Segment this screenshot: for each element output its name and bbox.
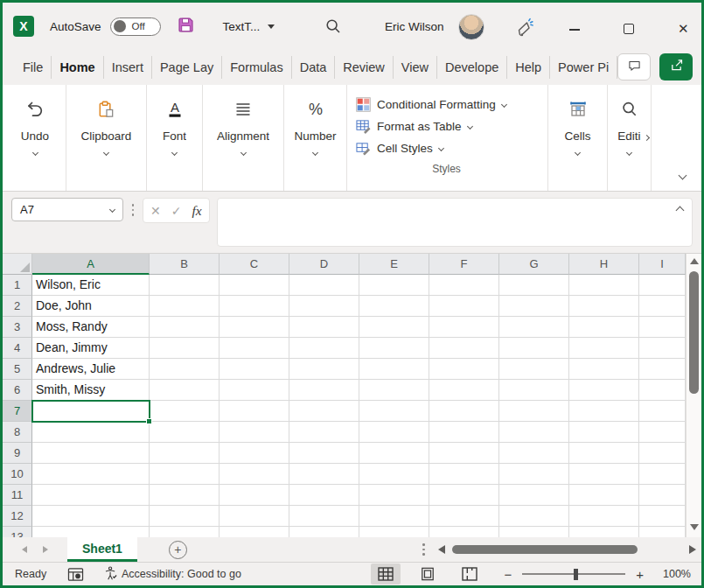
selected-cell-outline[interactable] xyxy=(31,400,150,423)
accessibility-status[interactable]: Accessibility: Good to go xyxy=(103,565,241,584)
cell-D11[interactable] xyxy=(289,485,359,506)
cell-G11[interactable] xyxy=(499,485,569,506)
autosave-toggle[interactable]: Off xyxy=(110,18,161,36)
cell-G2[interactable] xyxy=(499,296,569,317)
cell-E9[interactable] xyxy=(359,443,429,464)
cell-I4[interactable] xyxy=(639,338,686,359)
collapse-formula-bar-button[interactable] xyxy=(676,206,685,215)
cell-H6[interactable] xyxy=(569,380,639,401)
tab-file[interactable]: File xyxy=(15,56,52,79)
cell-D2[interactable] xyxy=(289,296,359,317)
scroll-left-arrow[interactable] xyxy=(438,545,445,554)
cell-C5[interactable] xyxy=(220,359,289,380)
cell-I6[interactable] xyxy=(639,380,686,401)
vertical-scrollbar[interactable] xyxy=(686,254,701,537)
cell-D4[interactable] xyxy=(289,338,359,359)
cell-A13[interactable] xyxy=(32,527,150,537)
tab-develope[interactable]: Develope xyxy=(437,56,507,79)
cell-E2[interactable] xyxy=(359,296,429,317)
cell-D9[interactable] xyxy=(289,443,359,464)
cell-E11[interactable] xyxy=(359,485,429,506)
cell-B6[interactable] xyxy=(150,380,220,401)
cell-F11[interactable] xyxy=(429,485,499,506)
excel-logo-icon[interactable]: X xyxy=(13,16,34,37)
collapse-ribbon-button[interactable] xyxy=(679,172,687,180)
cell-G6[interactable] xyxy=(499,380,569,401)
cell-C13[interactable] xyxy=(220,527,289,537)
tab-formulas[interactable]: Formulas xyxy=(222,56,291,79)
zoom-in-button[interactable]: + xyxy=(636,567,644,582)
cell-D6[interactable] xyxy=(289,380,359,401)
cell-H4[interactable] xyxy=(569,338,639,359)
cell-G13[interactable] xyxy=(499,527,569,537)
cell-C11[interactable] xyxy=(220,485,289,506)
formula-bar-grip[interactable] xyxy=(127,204,139,216)
cell-D8[interactable] xyxy=(289,422,359,443)
formula-input[interactable] xyxy=(217,198,693,247)
zoom-out-button[interactable]: − xyxy=(504,567,512,582)
cell-G5[interactable] xyxy=(499,359,569,380)
coming-soon-megaphone-icon[interactable] xyxy=(514,17,535,41)
document-title-dropdown[interactable]: TextT... xyxy=(223,20,275,33)
vertical-scroll-thumb[interactable] xyxy=(689,271,699,394)
col-header-D[interactable]: D xyxy=(289,254,359,275)
cell-H1[interactable] xyxy=(569,275,639,296)
cell-D7[interactable] xyxy=(289,401,359,422)
row-header-1[interactable]: 1 xyxy=(3,275,32,296)
ribbon-group-clipboard[interactable]: Clipboard xyxy=(66,85,147,191)
conditional-formatting-button[interactable]: Conditional Formatting xyxy=(356,94,547,116)
cell-A4[interactable]: Dean, Jimmy xyxy=(32,338,150,359)
cell-H2[interactable] xyxy=(569,296,639,317)
cell-B10[interactable] xyxy=(150,464,220,485)
ribbon-group-alignment[interactable]: Alignment xyxy=(203,85,284,191)
cell-C10[interactable] xyxy=(220,464,289,485)
fill-handle[interactable] xyxy=(146,418,152,424)
tab-home[interactable]: Home xyxy=(52,56,103,79)
cell-C12[interactable] xyxy=(220,506,289,527)
save-button[interactable] xyxy=(177,16,195,38)
cell-B8[interactable] xyxy=(150,422,220,443)
cell-I9[interactable] xyxy=(639,443,686,464)
cell-H7[interactable] xyxy=(569,401,639,422)
cell-H13[interactable] xyxy=(569,527,639,537)
close-button[interactable]: ✕ xyxy=(678,20,689,38)
col-header-E[interactable]: E xyxy=(359,254,429,275)
cell-B9[interactable] xyxy=(150,443,220,464)
cell-F8[interactable] xyxy=(429,422,499,443)
insert-function-button[interactable]: fx xyxy=(192,203,201,219)
row-header-10[interactable]: 10 xyxy=(3,464,32,485)
cell-E12[interactable] xyxy=(359,506,429,527)
cell-F3[interactable] xyxy=(429,317,499,338)
normal-view-button[interactable] xyxy=(371,564,401,584)
add-sheet-button[interactable]: + xyxy=(169,541,187,559)
cell-A11[interactable] xyxy=(32,485,150,506)
cell-I8[interactable] xyxy=(639,422,686,443)
cell-B2[interactable] xyxy=(150,296,220,317)
cell-B7[interactable] xyxy=(150,401,220,422)
horizontal-scroll-thumb[interactable] xyxy=(452,545,638,554)
cell-E4[interactable] xyxy=(359,338,429,359)
tab-review[interactable]: Review xyxy=(335,56,394,79)
enter-button[interactable]: ✓ xyxy=(171,204,182,218)
cell-C8[interactable] xyxy=(220,422,289,443)
user-name[interactable]: Eric Wilson xyxy=(385,20,444,33)
row-header-7[interactable]: 7 xyxy=(3,401,32,422)
cell-G9[interactable] xyxy=(499,443,569,464)
cell-F6[interactable] xyxy=(429,380,499,401)
cell-G4[interactable] xyxy=(499,338,569,359)
cell-F12[interactable] xyxy=(429,506,499,527)
cell-H5[interactable] xyxy=(569,359,639,380)
cancel-button[interactable]: ✕ xyxy=(150,204,161,218)
cell-F7[interactable] xyxy=(429,401,499,422)
cell-C7[interactable] xyxy=(220,401,289,422)
col-header-F[interactable]: F xyxy=(429,254,499,275)
chevron-right-icon[interactable] xyxy=(644,135,650,141)
cell-B3[interactable] xyxy=(150,317,220,338)
cell-D3[interactable] xyxy=(289,317,359,338)
cell-C9[interactable] xyxy=(220,443,289,464)
cell-F13[interactable] xyxy=(429,527,499,537)
prev-sheet-arrow[interactable] xyxy=(22,546,27,553)
zoom-slider[interactable] xyxy=(522,573,625,575)
page-break-preview-button[interactable] xyxy=(455,564,484,584)
cell-B11[interactable] xyxy=(150,485,220,506)
